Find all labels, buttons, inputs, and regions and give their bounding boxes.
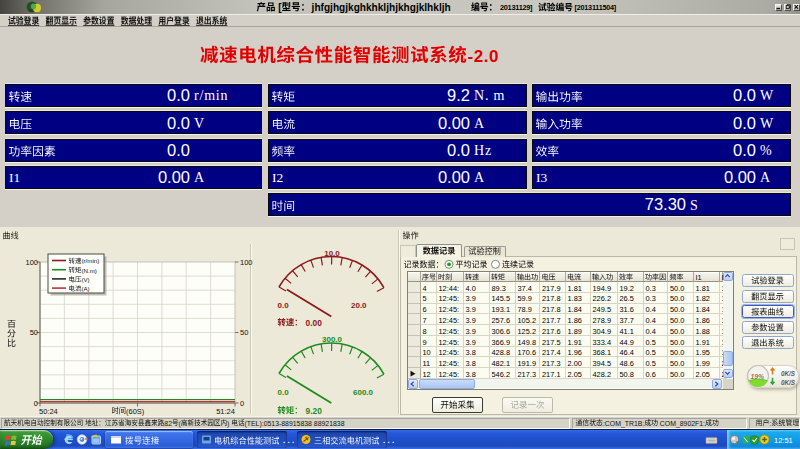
svg-text:-2.0: -2.0 — [467, 47, 499, 66]
